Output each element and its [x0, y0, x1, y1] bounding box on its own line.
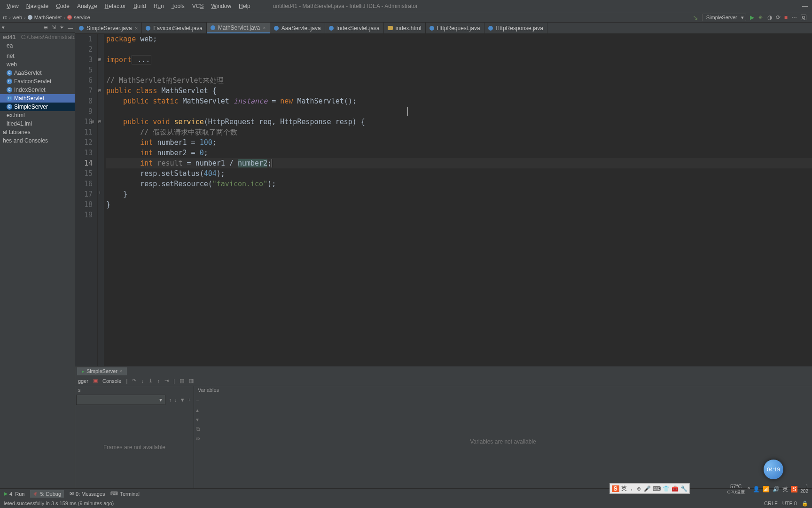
cpu-temp-widget[interactable]: 57℃ CPU温度	[727, 484, 745, 495]
add-icon[interactable]: +	[188, 397, 191, 403]
ime-lang[interactable]: 英	[621, 484, 627, 492]
minimize-icon[interactable]: —	[798, 3, 812, 9]
run-icon[interactable]: ▶	[750, 14, 754, 21]
target-icon[interactable]: ⊕	[44, 24, 48, 31]
stop-icon[interactable]: ■	[784, 14, 788, 21]
menu-build[interactable]: Build	[130, 1, 150, 11]
tree-file[interactable]: itled41.iml	[0, 119, 75, 128]
timer-badge[interactable]: 04:19	[763, 459, 784, 480]
breadcrumb-item[interactable]: service	[74, 15, 90, 20]
code-editor[interactable]: 1 2 3 5 6 7 8 9 10 11 12 13 14 15 16 17 …	[75, 34, 812, 366]
editor-tab[interactable]: HttpResponse.java	[484, 23, 547, 33]
fold-icon[interactable]: ⊟	[98, 117, 101, 127]
run-config-dropdown[interactable]: SimpleServer	[702, 14, 746, 21]
tree-class[interactable]: CIndexServlet	[0, 86, 75, 94]
search-everywhere-icon[interactable]: Q	[801, 15, 806, 20]
fold-bar[interactable]: ⊞ ⊟ @ ⊟ ┘	[98, 34, 104, 366]
build-icon[interactable]: ↘	[693, 14, 698, 21]
tree-pkg[interactable]: net	[0, 52, 75, 60]
ime-keyboard-icon[interactable]: ⌨	[653, 485, 661, 492]
debugger-tab[interactable]: gger	[78, 378, 88, 384]
tree-class[interactable]: CSimpleServer	[0, 103, 75, 111]
debug-icon[interactable]: ⛯	[758, 14, 764, 21]
ime-mic-icon[interactable]: 🎤	[644, 485, 651, 492]
tray-up-icon[interactable]: ^	[748, 486, 750, 492]
profile-icon[interactable]: ⟳	[776, 14, 781, 21]
more-icon[interactable]: ▥	[189, 378, 194, 384]
more-icon[interactable]: ⋯	[791, 14, 797, 21]
editor-tab[interactable]: index.html	[384, 23, 426, 33]
step-out-icon[interactable]: ↑	[157, 378, 160, 384]
tree-pkg[interactable]: web	[0, 60, 75, 69]
fold-icon[interactable]: ⊟	[98, 86, 101, 96]
ime-skin-icon[interactable]: 👕	[663, 485, 670, 492]
sogou-icon[interactable]: S	[612, 485, 619, 492]
tray-clock[interactable]: 1 202	[800, 484, 808, 494]
breadcrumb-item[interactable]: rc	[3, 15, 7, 20]
menu-code[interactable]: Code	[52, 1, 73, 11]
ime-toolbar[interactable]: S 英 ， ☺ 🎤 ⌨ 👕 🧰 🔧	[609, 483, 690, 494]
menu-window[interactable]: Window	[207, 1, 235, 11]
tree-class[interactable]: CAaaServlet	[0, 69, 75, 77]
settings-icon[interactable]: ✶	[60, 24, 64, 31]
editor-tab[interactable]: FaviconServlet.java	[142, 23, 207, 33]
minus-icon[interactable]: −	[196, 397, 200, 404]
step-over-icon[interactable]: ↷	[132, 378, 136, 384]
close-icon[interactable]: ×	[119, 368, 122, 374]
code-area[interactable]: package web; import ... // MathServlet的S…	[104, 34, 812, 366]
copy-icon[interactable]: ⧉	[196, 426, 200, 432]
project-tree[interactable]: ed41 C:\Users\Administrator\Idea ea net …	[0, 33, 75, 488]
infinity-icon[interactable]: ∞	[196, 435, 200, 442]
tree-file[interactable]: ex.html	[0, 111, 75, 119]
menu-refactor[interactable]: Refactor	[101, 1, 130, 11]
tree-libraries[interactable]: al Libraries	[0, 128, 75, 136]
tray-wifi-icon[interactable]: 📶	[763, 486, 770, 492]
thread-dropdown[interactable]: ▾	[76, 395, 165, 405]
encoding-label[interactable]: UTF-8	[782, 500, 797, 506]
coverage-icon[interactable]: ◑	[767, 14, 772, 21]
filter-icon[interactable]: ▼	[180, 397, 185, 403]
fold-icon[interactable]: ⊞	[98, 55, 101, 65]
up-icon[interactable]: ▴	[196, 407, 200, 413]
tree-root[interactable]: ed41 C:\Users\Administrator\Idea	[0, 33, 75, 41]
line-gutter[interactable]: 1 2 3 5 6 7 8 9 10 11 12 13 14 15 16 17 …	[75, 34, 98, 366]
close-icon[interactable]: ×	[135, 25, 138, 31]
up-icon[interactable]: ↑	[169, 397, 172, 403]
line-ending-label[interactable]: CRLF	[764, 500, 778, 506]
editor-tab-active[interactable]: MathServlet.java×	[207, 23, 270, 33]
hide-icon[interactable]: —	[68, 25, 73, 31]
tree-class[interactable]: CFaviconServlet	[0, 77, 75, 86]
editor-tab[interactable]: IndexServlet.java	[325, 23, 384, 33]
lock-icon[interactable]: 🔒	[802, 500, 808, 507]
override-icon[interactable]: @	[91, 117, 94, 127]
debug-toolwindow[interactable]: ⛯5: Debug	[30, 490, 64, 498]
menu-tools[interactable]: Tools	[168, 1, 188, 11]
editor-tab[interactable]: AaaServlet.java	[270, 23, 325, 33]
menu-analyze[interactable]: Analyze	[73, 1, 101, 11]
menu-run[interactable]: Run	[150, 1, 168, 11]
down-icon[interactable]: ▾	[196, 416, 200, 423]
tray-sound-icon[interactable]: 🔊	[773, 486, 780, 492]
menu-view[interactable]: View	[3, 1, 23, 11]
ime-settings-icon[interactable]: 🔧	[680, 485, 687, 492]
editor-tab[interactable]: HttpRequest.java	[426, 23, 484, 33]
down-icon[interactable]: ↓	[174, 397, 177, 403]
force-step-icon[interactable]: ⤓	[148, 378, 153, 384]
tree-class-selected[interactable]: CMathServlet	[0, 94, 75, 103]
step-into-icon[interactable]: ↓	[141, 378, 144, 384]
run-toolwindow[interactable]: ▶4: Run	[4, 491, 24, 497]
collapse-icon[interactable]: ⇲	[52, 24, 56, 31]
breadcrumb-item[interactable]: web	[13, 15, 22, 20]
dropdown-icon[interactable]: ▾	[2, 24, 5, 31]
console-tab[interactable]: Console	[102, 378, 121, 384]
evaluate-icon[interactable]: ▤	[180, 378, 184, 384]
ime-toolbox-icon[interactable]: 🧰	[671, 485, 679, 492]
breadcrumb-item[interactable]: MathServlet	[34, 15, 62, 20]
close-icon[interactable]: ×	[263, 25, 265, 31]
tree-consoles[interactable]: hes and Consoles	[0, 136, 75, 145]
tree-folder[interactable]: ea	[0, 41, 75, 50]
tray-sogou-icon[interactable]: S	[791, 486, 797, 492]
menu-help[interactable]: Help	[235, 1, 254, 11]
terminal-toolwindow[interactable]: ⌨Terminal	[110, 491, 140, 497]
editor-tab[interactable]: SimpleServer.java×	[75, 23, 142, 33]
